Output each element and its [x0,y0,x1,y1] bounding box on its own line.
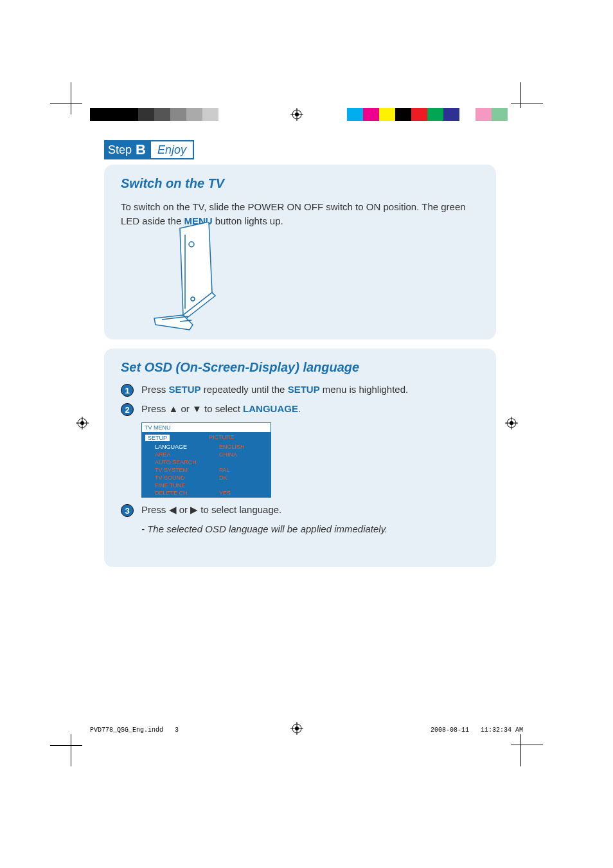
color-swatch [90,108,106,121]
step-text: Press SETUP repeatedly until the SETUP m… [141,384,408,395]
color-swatch [138,108,154,121]
step-box: Step B [104,140,151,159]
step-number: 2 [121,403,134,416]
tv-menu-row: TV SOUNDDK [142,474,271,482]
footer-date: 2008-08-11 11:32:34 AM [431,727,523,734]
color-swatch [154,108,170,121]
color-bar-left [90,108,235,121]
tv-menu-row: TV SYSTEMPAL [142,466,271,474]
registration-mark-left [76,417,89,429]
crop-mark [50,745,82,746]
tv-menu-row: LANGUAGEENGLISH [142,443,271,451]
step-note: - The selected OSD language will be appl… [141,523,479,534]
device-illustration [148,222,225,331]
color-swatch [186,108,202,121]
tv-menu-title: TV MENU [142,423,271,433]
step-letter: B [136,141,146,158]
step-number: 3 [121,504,134,517]
step-label: Step [108,143,132,157]
tv-menu-row: DELETE CHYES [142,489,271,497]
step-text: Press ◀ or ▶ to select language. [141,504,281,516]
svg-point-20 [191,297,195,301]
step-1: 1 Press SETUP repeatedly until the SETUP… [121,384,479,397]
step-3: 3 Press ◀ or ▶ to select language. [121,504,479,517]
registration-mark-bottom [290,722,303,735]
crop-mark [71,82,71,114]
tab-picture: PICTURE [209,434,235,442]
color-bar-right [347,108,524,121]
crop-mark [511,745,543,745]
color-swatch [379,108,395,121]
footer-file: PVD778_QSG_Eng.indd 3 [90,727,179,734]
color-swatch [443,108,459,121]
color-swatch [122,108,138,121]
step-header: Step B Enjoy [104,140,194,159]
color-swatch [363,108,379,121]
crop-mark [520,734,521,766]
color-swatch [411,108,427,121]
crop-mark [50,103,82,104]
tab-setup: SETUP [145,434,170,442]
step-title: Enjoy [151,140,194,159]
color-swatch [202,108,218,121]
crop-mark [71,734,71,766]
tv-menu-row: FINE TUNE [142,482,271,489]
color-swatch [395,108,411,121]
color-swatch [492,108,508,121]
color-swatch [459,108,475,121]
tv-menu-tabs: SETUP PICTURE [142,433,271,443]
tv-menu-row: AREACHINA [142,451,271,458]
color-swatch [106,108,122,121]
registration-mark-right [505,417,518,429]
step-2: 2 Press ▲ or ▼ to select LANGUAGE. [121,403,479,416]
crop-mark [511,104,543,104]
color-swatch [475,108,492,121]
tv-menu-osd: TV MENU SETUP PICTURE LANGUAGEENGLISHARE… [141,422,271,498]
tv-menu-row: AUTO SEARCH [142,458,271,466]
panel-heading: Switch on the TV [121,176,479,191]
svg-point-19 [189,242,194,247]
color-swatch [508,108,524,121]
step-text: Press ▲ or ▼ to select LANGUAGE. [141,403,301,414]
registration-mark-top [290,108,303,121]
step-number: 1 [121,384,134,397]
panel-heading: Set OSD (On-Screen-Display) language [121,360,479,375]
color-swatch [218,108,235,121]
color-swatch [170,108,186,121]
color-swatch [427,108,443,121]
color-swatch [347,108,363,121]
panel-set-osd: Set OSD (On-Screen-Display) language 1 P… [104,348,496,567]
